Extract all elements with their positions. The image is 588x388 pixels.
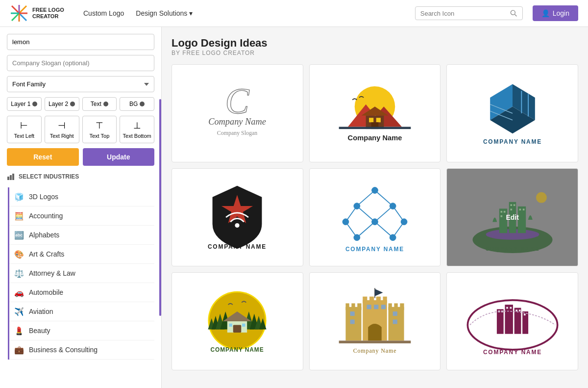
svg-line-0 [12, 6, 19, 13]
svg-rect-99 [400, 303, 404, 310]
logo-card-5[interactable]: COMPANY NAME [309, 168, 441, 266]
site-logo[interactable]: FREE LOGO CREATOR [10, 4, 74, 23]
svg-point-35 [235, 223, 240, 228]
logo-card-7[interactable]: COMPANY NAME [172, 272, 303, 370]
font-family-select[interactable]: Font Family [7, 76, 154, 92]
text-right-button[interactable]: ⊣ Text Right [45, 116, 79, 143]
svg-line-9 [515, 14, 517, 16]
content-subtitle: BY FREE LOGO CREATOR [172, 50, 578, 56]
industry-item-alphabets[interactable]: 🔤 Alphabets [9, 226, 154, 245]
svg-text:Company Slogan: Company Slogan [217, 129, 257, 136]
svg-rect-119 [510, 307, 512, 309]
svg-rect-11 [10, 175, 12, 180]
industry-item-beauty[interactable]: 💄 Beauty [9, 321, 154, 340]
card-6-overlay[interactable]: Edit [447, 169, 578, 266]
industry-item-business-consulting[interactable]: 💼 Business & Consulting [9, 340, 154, 360]
industry-item-automobile[interactable]: 🚗 Automobile [9, 283, 154, 302]
reset-button[interactable]: Reset [7, 148, 79, 166]
edit-label: Edit [506, 213, 518, 221]
search-input[interactable] [420, 10, 508, 17]
svg-rect-84 [229, 323, 232, 326]
action-row: Reset Update [7, 148, 154, 166]
logo-card-9[interactable]: COMPANY NAME [446, 272, 578, 370]
svg-line-47 [345, 206, 357, 222]
svg-rect-104 [367, 305, 371, 309]
text-bottom-button[interactable]: ⊥ Text Bottom [120, 116, 154, 143]
company-name-input[interactable] [7, 34, 154, 50]
svg-text:COMPANY NAME: COMPANY NAME [483, 348, 542, 355]
bg-layer-button[interactable]: BG [120, 97, 154, 111]
logo-card-4[interactable]: COMPANY NAME [172, 168, 303, 266]
content-title: Logo Design Ideas [172, 37, 578, 50]
industry-item-attorney-law[interactable]: ⚖️ Attorney & Law [9, 264, 154, 283]
text-bottom-icon: ⊥ [133, 120, 141, 131]
svg-line-50 [393, 206, 404, 222]
logo-card-1[interactable]: C Company Name Company Slogan [172, 64, 303, 162]
user-icon: 👤 [541, 9, 550, 17]
svg-rect-22 [376, 118, 381, 122]
logo-card-3[interactable]: COMPANY NAME [446, 64, 578, 162]
logo-card-2[interactable]: Company Name [309, 64, 441, 162]
business-consulting-icon: 💼 [14, 345, 24, 355]
svg-line-51 [345, 222, 357, 237]
text-top-button[interactable]: ⊤ Text Top [82, 116, 117, 143]
svg-rect-107 [393, 311, 397, 315]
layer1-color-dot [32, 102, 37, 106]
svg-rect-103 [350, 319, 355, 324]
industry-item-3d-logos[interactable]: 🧊 3D Logos [9, 187, 154, 207]
svg-text:COMPANY NAME: COMPANY NAME [483, 138, 542, 145]
text-position-row: ⊢ Text Left ⊣ Text Right ⊤ Text Top ⊥ Te… [7, 116, 154, 143]
svg-line-2 [12, 13, 19, 21]
svg-rect-90 [357, 303, 361, 310]
3d-logos-icon: 🧊 [14, 192, 24, 202]
industries-header: SELECT INDUSTRIES [7, 171, 154, 182]
svg-rect-102 [350, 311, 355, 315]
text-layer-button[interactable]: Text [82, 97, 117, 111]
layer1-button[interactable]: Layer 1 [7, 97, 42, 111]
text-color-dot [103, 102, 108, 106]
layer2-button[interactable]: Layer 2 [45, 97, 79, 111]
svg-text:Company Name: Company Name [348, 134, 402, 142]
text-left-button[interactable]: ⊢ Text Left [7, 116, 42, 143]
svg-rect-121 [518, 310, 520, 311]
header: FREE LOGO CREATOR Custom Logo Design Sol… [0, 0, 588, 27]
logo-svg-2: Company Name [321, 77, 429, 150]
bg-color-dot [140, 102, 145, 106]
nav-design-solutions[interactable]: Design Solutions ▾ [136, 9, 193, 17]
login-button[interactable]: 👤 Login [533, 5, 578, 21]
logo-card-6[interactable]: COMPANY NAME Edit [446, 168, 578, 266]
industry-item-accounting[interactable]: 🧮 Accounting [9, 207, 154, 226]
search-icon [510, 9, 517, 17]
svg-line-49 [375, 206, 393, 222]
svg-rect-95 [383, 296, 387, 303]
industry-list: 🧊 3D Logos 🧮 Accounting 🔤 Alphabets 🎨 Ar… [8, 187, 154, 360]
svg-rect-12 [12, 174, 14, 180]
logo-card-8[interactable]: Company Name [309, 272, 441, 370]
content-area: Logo Design Ideas BY FREE LOGO CREATOR C… [162, 27, 588, 388]
sidebar-scrollbar[interactable] [159, 99, 161, 316]
svg-rect-94 [376, 296, 381, 303]
logo-svg-1: C Company Name Company Slogan [183, 77, 291, 150]
beauty-icon: 💄 [14, 326, 24, 336]
content-header: Logo Design Ideas BY FREE LOGO CREATOR [172, 37, 578, 56]
search-bar[interactable] [415, 6, 523, 20]
svg-rect-112 [497, 309, 504, 334]
svg-rect-83 [233, 325, 242, 333]
industry-item-aviation[interactable]: ✈️ Aviation [9, 302, 154, 321]
svg-line-52 [357, 222, 375, 237]
industry-item-art-crafts[interactable]: 🎨 Art & Crafts [9, 245, 154, 264]
text-top-icon: ⊤ [96, 120, 103, 131]
nav-custom-logo[interactable]: Custom Logo [83, 9, 124, 17]
svg-rect-89 [351, 303, 355, 310]
accounting-icon: 🧮 [14, 211, 24, 221]
svg-point-8 [511, 10, 515, 15]
logo-svg-5: COMPANY NAME [321, 181, 429, 254]
svg-text:COMPANY NAME: COMPANY NAME [345, 246, 404, 253]
svg-text:Company Name: Company Name [353, 347, 397, 354]
svg-rect-113 [505, 305, 513, 334]
update-button[interactable]: Update [83, 148, 155, 166]
logo-grid: C Company Name Company Slogan [172, 64, 578, 370]
logo-text: FREE LOGO CREATOR [32, 7, 64, 20]
main-layout: Font Family Layer 1 Layer 2 Text BG ⊢ [0, 27, 588, 388]
company-slogan-input[interactable] [7, 55, 154, 71]
